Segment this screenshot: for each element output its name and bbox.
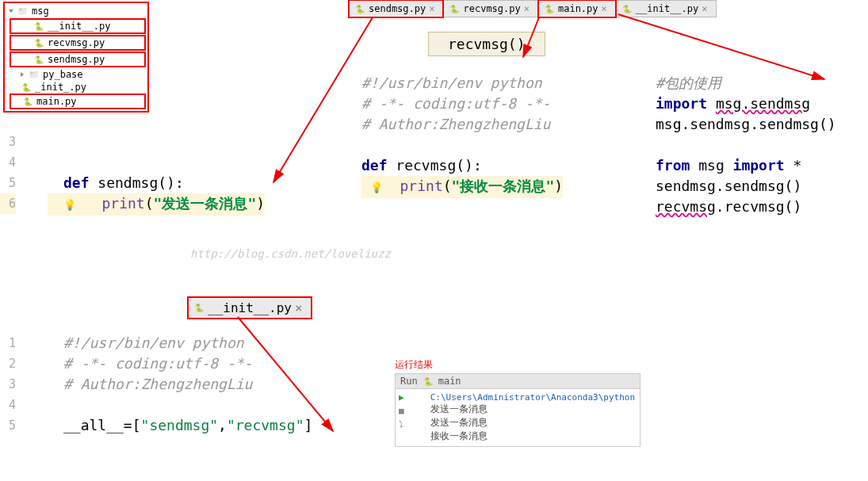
tree-file-recvmsg[interactable]: recvmsg.py: [10, 35, 146, 51]
output-line: 发送一条消息: [430, 416, 635, 429]
output-line: 接收一条消息: [430, 429, 635, 443]
python-icon: [354, 3, 365, 14]
python-icon: [423, 376, 434, 387]
tab-label: __init__.py: [636, 3, 698, 14]
folder-icon: [17, 6, 29, 17]
tree-label: msg: [32, 6, 49, 17]
close-icon[interactable]: ×: [429, 3, 434, 14]
close-icon[interactable]: ×: [295, 300, 303, 315]
editor-recvmsg[interactable]: #!/usr/bin/env python # -*- coding:utf-8…: [361, 73, 563, 198]
tab-main[interactable]: main.py×: [538, 0, 616, 17]
editor-sendmsg[interactable]: def sendmsg(): print("发送一条消息"): [63, 173, 265, 216]
tab-sendmsg[interactable]: sendmsg.py×: [349, 0, 443, 17]
watermark: http://blog.csdn.net/loveliuzz: [190, 247, 391, 260]
tooltip-text: recvmsg(): [448, 36, 526, 52]
tab-label: sendmsg.py: [369, 3, 426, 14]
tree-file-main[interactable]: main.py: [10, 94, 146, 109]
editor-init[interactable]: #!/usr/bin/env python # -*- coding:utf-8…: [63, 333, 312, 436]
editor-tabs: sendmsg.py× recvmsg.py× main.py× __init_…: [349, 0, 717, 17]
tree-file-sendmsg[interactable]: sendmsg.py: [10, 52, 146, 67]
tree-label: py_base: [43, 69, 83, 80]
tree-folder-pybase[interactable]: py_base: [10, 68, 146, 81]
run-panel: 运行结果 Runmain ▶ ■ ⤵ C:\Users\Administrato…: [395, 358, 640, 447]
tab-init[interactable]: __init__.py×: [616, 0, 717, 17]
run-icon[interactable]: ▶: [399, 392, 404, 403]
doc-tooltip: recvmsg(): [428, 32, 545, 56]
lightbulb-icon[interactable]: [63, 195, 76, 212]
python-icon: [33, 54, 44, 65]
close-icon[interactable]: ×: [702, 3, 707, 14]
tab-recvmsg[interactable]: recvmsg.py×: [443, 0, 537, 17]
python-icon: [621, 3, 633, 14]
line-gutter: 3456: [0, 132, 21, 214]
output-path: C:\Users\Administrator\Anaconda3\python: [430, 392, 635, 403]
tree-file-init[interactable]: __init__.py: [10, 18, 146, 34]
run-toolbar: ▶ ■ ⤵: [396, 389, 426, 446]
close-icon[interactable]: ×: [602, 3, 607, 14]
python-icon: [33, 21, 44, 32]
line-gutter: 12345: [0, 333, 21, 436]
python-icon: [193, 303, 205, 314]
tree-label: recvmsg.py: [48, 37, 105, 48]
tree-label: main.py: [36, 96, 77, 107]
comment: # -*- coding:utf-8 -*-: [361, 94, 563, 114]
python-icon: [33, 37, 44, 48]
python-icon: [22, 96, 33, 107]
comment: # Author:ZhengzhengLiu: [361, 114, 563, 135]
editor-main[interactable]: #包的使用 import msg.sendmsg msg.sendmsg.sen…: [656, 73, 836, 217]
output-line: 发送一条消息: [430, 403, 635, 416]
python-icon: [544, 3, 555, 14]
tab-label: __init__.py: [208, 300, 292, 315]
tab-init-standalone[interactable]: __init__.py×: [187, 296, 312, 319]
project-tree: msg __init__.py recvmsg.py sendmsg.py py…: [3, 2, 149, 113]
tree-label: __init__.py: [48, 21, 110, 32]
folder-icon: [29, 69, 40, 80]
python-icon: [449, 3, 460, 14]
run-title: 运行结果: [395, 358, 640, 372]
tab-label: main.py: [558, 3, 598, 14]
tree-label: _init_.py: [35, 82, 86, 93]
close-icon[interactable]: ×: [524, 3, 530, 14]
tab-label: recvmsg.py: [463, 3, 520, 14]
comment: #包的使用: [656, 73, 836, 94]
lightbulb-icon[interactable]: [370, 178, 383, 194]
debug-icon[interactable]: ⤵: [399, 419, 403, 429]
run-output: C:\Users\Administrator\Anaconda3\python …: [426, 389, 640, 446]
svg-line-0: [273, 17, 373, 182]
tree-file-init2[interactable]: _init_.py: [10, 81, 146, 94]
tree-folder-msg[interactable]: msg: [10, 5, 146, 17]
stop-icon[interactable]: ■: [399, 406, 404, 416]
comment: #!/usr/bin/env python: [361, 73, 563, 94]
tree-label: sendmsg.py: [48, 54, 105, 65]
python-icon: [21, 82, 32, 93]
run-header: Runmain: [395, 373, 640, 389]
svg-line-2: [618, 14, 824, 79]
